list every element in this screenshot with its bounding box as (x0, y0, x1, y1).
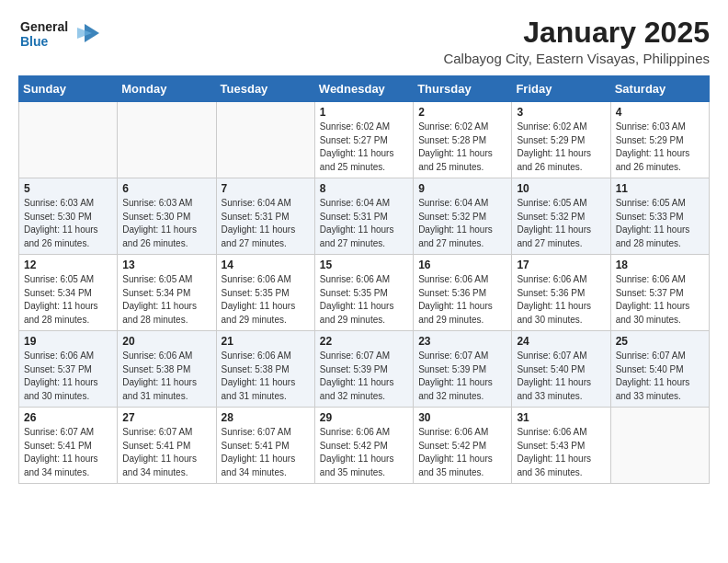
calendar-cell: 2Sunrise: 6:02 AM Sunset: 5:28 PM Daylig… (414, 102, 512, 178)
day-number: 23 (418, 335, 506, 348)
calendar-cell: 3Sunrise: 6:02 AM Sunset: 5:29 PM Daylig… (512, 102, 610, 178)
day-number: 11 (616, 182, 704, 195)
calendar-week-row: 1Sunrise: 6:02 AM Sunset: 5:27 PM Daylig… (19, 102, 710, 178)
calendar-cell: 20Sunrise: 6:06 AM Sunset: 5:38 PM Dayli… (118, 331, 216, 408)
day-number: 5 (24, 182, 112, 195)
calendar-cell: 5Sunrise: 6:03 AM Sunset: 5:30 PM Daylig… (19, 178, 118, 255)
logo: General Blue (18, 17, 101, 59)
calendar-cell: 31Sunrise: 6:06 AM Sunset: 5:43 PM Dayli… (512, 408, 610, 484)
day-number: 22 (320, 335, 408, 348)
day-number: 24 (517, 335, 605, 348)
day-info: Sunrise: 6:06 AM Sunset: 5:37 PM Dayligh… (24, 350, 112, 403)
day-number: 21 (222, 335, 310, 348)
calendar-header-monday: Monday (118, 76, 216, 102)
day-number: 27 (122, 411, 210, 424)
day-number: 19 (24, 335, 112, 348)
calendar-cell: 6Sunrise: 6:03 AM Sunset: 5:30 PM Daylig… (118, 178, 216, 255)
calendar-cell: 28Sunrise: 6:07 AM Sunset: 5:41 PM Dayli… (216, 408, 314, 484)
day-info: Sunrise: 6:07 AM Sunset: 5:39 PM Dayligh… (320, 350, 408, 403)
day-info: Sunrise: 6:06 AM Sunset: 5:36 PM Dayligh… (418, 273, 506, 327)
calendar-cell (19, 102, 118, 178)
calendar-header-thursday: Thursday (414, 76, 512, 102)
calendar-week-row: 26Sunrise: 6:07 AM Sunset: 5:41 PM Dayli… (19, 408, 710, 484)
calendar-header-saturday: Saturday (610, 76, 709, 102)
day-number: 10 (517, 182, 605, 195)
calendar-cell: 27Sunrise: 6:07 AM Sunset: 5:41 PM Dayli… (118, 408, 216, 484)
day-number: 12 (24, 259, 112, 271)
calendar-cell (610, 408, 709, 484)
day-info: Sunrise: 6:03 AM Sunset: 5:30 PM Dayligh… (122, 197, 210, 250)
day-number: 14 (222, 259, 310, 271)
day-number: 17 (517, 259, 605, 271)
day-info: Sunrise: 6:07 AM Sunset: 5:41 PM Dayligh… (222, 426, 310, 479)
calendar-cell: 23Sunrise: 6:07 AM Sunset: 5:39 PM Dayli… (414, 331, 512, 408)
day-number: 31 (517, 411, 605, 424)
calendar-header-row: SundayMondayTuesdayWednesdayThursdayFrid… (19, 76, 710, 102)
day-info: Sunrise: 6:04 AM Sunset: 5:31 PM Dayligh… (222, 197, 310, 250)
calendar-cell: 12Sunrise: 6:05 AM Sunset: 5:34 PM Dayli… (19, 255, 118, 331)
calendar-cell: 30Sunrise: 6:06 AM Sunset: 5:42 PM Dayli… (414, 408, 512, 484)
calendar-cell: 25Sunrise: 6:07 AM Sunset: 5:40 PM Dayli… (610, 331, 709, 408)
day-info: Sunrise: 6:05 AM Sunset: 5:33 PM Dayligh… (616, 197, 704, 250)
header: General Blue January 2025 Calbayog City,… (18, 17, 710, 66)
day-info: Sunrise: 6:07 AM Sunset: 5:39 PM Dayligh… (418, 350, 506, 403)
calendar-cell: 24Sunrise: 6:07 AM Sunset: 5:40 PM Dayli… (512, 331, 610, 408)
day-info: Sunrise: 6:06 AM Sunset: 5:42 PM Dayligh… (320, 426, 408, 479)
calendar-cell: 21Sunrise: 6:06 AM Sunset: 5:38 PM Dayli… (216, 331, 314, 408)
calendar-cell: 18Sunrise: 6:06 AM Sunset: 5:37 PM Dayli… (610, 255, 709, 331)
day-info: Sunrise: 6:06 AM Sunset: 5:36 PM Dayligh… (517, 273, 605, 327)
calendar-cell: 4Sunrise: 6:03 AM Sunset: 5:29 PM Daylig… (610, 102, 709, 178)
calendar-week-row: 5Sunrise: 6:03 AM Sunset: 5:30 PM Daylig… (19, 178, 710, 255)
day-number: 29 (320, 411, 408, 424)
calendar-cell: 11Sunrise: 6:05 AM Sunset: 5:33 PM Dayli… (610, 178, 709, 255)
calendar-table: SundayMondayTuesdayWednesdayThursdayFrid… (18, 75, 710, 484)
calendar-cell: 7Sunrise: 6:04 AM Sunset: 5:31 PM Daylig… (216, 178, 314, 255)
calendar-week-row: 19Sunrise: 6:06 AM Sunset: 5:37 PM Dayli… (19, 331, 710, 408)
day-info: Sunrise: 6:05 AM Sunset: 5:32 PM Dayligh… (517, 197, 605, 250)
day-number: 2 (418, 106, 506, 119)
day-number: 8 (320, 182, 408, 195)
logo-text: General Blue (18, 17, 101, 59)
svg-text:Blue: Blue (20, 34, 49, 49)
svg-text:General: General (20, 19, 68, 34)
day-number: 30 (418, 411, 506, 424)
calendar-cell: 22Sunrise: 6:07 AM Sunset: 5:39 PM Dayli… (314, 331, 413, 408)
calendar-header-sunday: Sunday (19, 76, 118, 102)
calendar-header-wednesday: Wednesday (314, 76, 413, 102)
day-info: Sunrise: 6:05 AM Sunset: 5:34 PM Dayligh… (24, 273, 112, 327)
calendar-cell: 10Sunrise: 6:05 AM Sunset: 5:32 PM Dayli… (512, 178, 610, 255)
day-info: Sunrise: 6:07 AM Sunset: 5:40 PM Dayligh… (517, 350, 605, 403)
calendar-cell: 26Sunrise: 6:07 AM Sunset: 5:41 PM Dayli… (19, 408, 118, 484)
page-subtitle: Calbayog City, Eastern Visayas, Philippi… (443, 51, 710, 66)
calendar-cell: 8Sunrise: 6:04 AM Sunset: 5:31 PM Daylig… (314, 178, 413, 255)
day-info: Sunrise: 6:07 AM Sunset: 5:41 PM Dayligh… (122, 426, 210, 479)
day-number: 1 (320, 106, 408, 119)
calendar-cell: 1Sunrise: 6:02 AM Sunset: 5:27 PM Daylig… (314, 102, 413, 178)
day-info: Sunrise: 6:02 AM Sunset: 5:29 PM Dayligh… (517, 121, 605, 174)
day-info: Sunrise: 6:04 AM Sunset: 5:32 PM Dayligh… (418, 197, 506, 250)
calendar-cell (216, 102, 314, 178)
day-number: 4 (616, 106, 704, 119)
day-info: Sunrise: 6:03 AM Sunset: 5:29 PM Dayligh… (616, 121, 704, 174)
calendar-header-friday: Friday (512, 76, 610, 102)
day-number: 20 (122, 335, 210, 348)
calendar-cell: 16Sunrise: 6:06 AM Sunset: 5:36 PM Dayli… (414, 255, 512, 331)
day-info: Sunrise: 6:04 AM Sunset: 5:31 PM Dayligh… (320, 197, 408, 250)
day-info: Sunrise: 6:03 AM Sunset: 5:30 PM Dayligh… (24, 197, 112, 250)
day-number: 9 (418, 182, 506, 195)
logo-icon: General Blue (18, 17, 101, 55)
day-info: Sunrise: 6:06 AM Sunset: 5:42 PM Dayligh… (418, 426, 506, 479)
day-info: Sunrise: 6:06 AM Sunset: 5:37 PM Dayligh… (616, 273, 704, 327)
day-number: 3 (517, 106, 605, 119)
day-info: Sunrise: 6:06 AM Sunset: 5:38 PM Dayligh… (122, 350, 210, 403)
day-number: 6 (122, 182, 210, 195)
day-number: 28 (222, 411, 310, 424)
day-info: Sunrise: 6:06 AM Sunset: 5:35 PM Dayligh… (320, 273, 408, 327)
day-info: Sunrise: 6:02 AM Sunset: 5:28 PM Dayligh… (418, 121, 506, 174)
day-number: 13 (122, 259, 210, 271)
day-info: Sunrise: 6:06 AM Sunset: 5:43 PM Dayligh… (517, 426, 605, 479)
day-number: 25 (616, 335, 704, 348)
page-title: January 2025 (443, 17, 710, 49)
title-block: January 2025 Calbayog City, Eastern Visa… (443, 17, 710, 66)
day-number: 26 (24, 411, 112, 424)
